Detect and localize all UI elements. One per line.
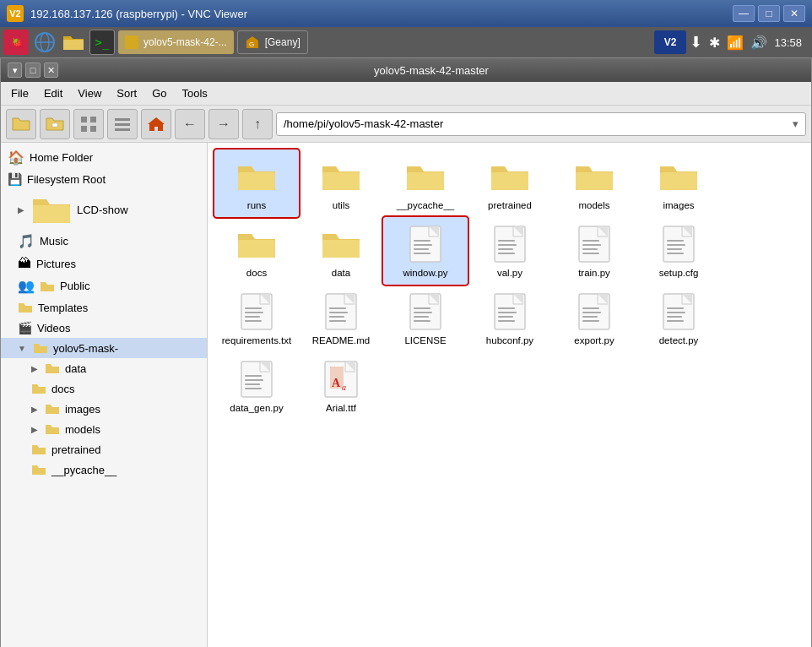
- file-item-window_py[interactable]: window.py: [383, 217, 468, 285]
- address-bar[interactable]: /home/pi/yolov5-mask-42-master ▾: [276, 112, 806, 136]
- file-item-__pycache__[interactable]: __pycache__: [383, 150, 468, 217]
- fm-close-btn[interactable]: ✕: [44, 63, 58, 78]
- file-item-pretrained[interactable]: pretrained: [468, 150, 552, 217]
- file-item-val_py[interactable]: val.py: [468, 217, 552, 285]
- menu-edit[interactable]: Edit: [37, 84, 69, 102]
- sidebar-templates-label: Templates: [38, 302, 88, 314]
- svg-rect-33: [414, 253, 430, 254]
- vnc-minimize-button[interactable]: —: [733, 5, 755, 22]
- sidebar-item-yolov5[interactable]: ▼ yolov5-mask-: [1, 338, 207, 358]
- sidebar-item-filesystem[interactable]: 💾 Filesystem Root: [1, 169, 207, 189]
- svg-rect-88: [498, 316, 513, 318]
- sidebar-videos-label: Videos: [37, 322, 71, 334]
- file-item-utils[interactable]: utils: [299, 150, 383, 217]
- svg-rect-78: [414, 307, 430, 309]
- sidebar-music-label: Music: [40, 235, 68, 247]
- svg-rect-12: [90, 126, 96, 132]
- svg-rect-20: [407, 172, 444, 190]
- menu-view[interactable]: View: [71, 84, 108, 102]
- fm-dropdown-btn[interactable]: ▾: [8, 63, 22, 78]
- file-item-data[interactable]: data: [299, 217, 383, 285]
- fm-restore-btn[interactable]: □: [25, 63, 40, 78]
- file-item-train_py[interactable]: train.py: [552, 217, 636, 285]
- sidebar-pictures-label: Pictures: [36, 258, 76, 270]
- sidebar-item-videos[interactable]: 🎬 Videos: [1, 318, 207, 338]
- vnc-close-button[interactable]: ✕: [783, 5, 805, 22]
- vnc-taskbar-app[interactable]: V2: [654, 30, 687, 54]
- geany-taskbar-app[interactable]: G [Geany]: [237, 30, 308, 54]
- forward-button[interactable]: →: [208, 109, 239, 139]
- svg-rect-54: [667, 240, 684, 242]
- menu-go[interactable]: Go: [145, 84, 173, 102]
- file-item-detect_py[interactable]: detect.py: [636, 285, 721, 352]
- file-item-Arial_ttf[interactable]: A a Arial.ttf: [299, 352, 383, 420]
- file-item-data_gen_py[interactable]: data_gen.py: [214, 352, 299, 420]
- sidebar-item-home[interactable]: 🏠 Home Folder: [1, 146, 207, 169]
- fm-toolbar: ← → ↑ /home/pi/yolov5-mask-42-master ▾: [1, 106, 811, 143]
- sidebar-item-lcdshow[interactable]: ▶ LCD-show: [1, 189, 207, 230]
- up-button[interactable]: ↑: [242, 109, 273, 139]
- sidebar-item-music[interactable]: 🎵 Music: [1, 230, 207, 253]
- browser-icon[interactable]: [32, 30, 57, 55]
- svg-text:a: a: [342, 383, 346, 392]
- raspberry-pi-menu-icon[interactable]: 🍓: [3, 30, 29, 55]
- taskbar: 🍓 >_ yolov5-mask-42-... G [Geany] V2 ⬇ ✱…: [0, 27, 812, 57]
- home-button[interactable]: [141, 109, 171, 139]
- svg-text:A: A: [332, 377, 341, 389]
- svg-rect-49: [582, 253, 599, 254]
- file-icon: [490, 156, 530, 197]
- file-icon: [236, 291, 277, 332]
- svg-rect-23: [660, 172, 697, 190]
- sidebar-item-templates[interactable]: Templates: [1, 297, 207, 318]
- new-folder-button[interactable]: [6, 109, 36, 139]
- file-label: runs: [247, 200, 266, 210]
- wifi-tray-icon: 📶: [727, 35, 744, 51]
- file-item-docs[interactable]: docs: [214, 217, 299, 285]
- terminal-icon[interactable]: >_: [89, 30, 115, 55]
- sidebar-item-pretrained[interactable]: pretrained: [1, 439, 207, 459]
- svg-rect-102: [667, 307, 684, 309]
- svg-rect-103: [667, 312, 685, 313]
- open-folder-button[interactable]: [40, 109, 70, 139]
- sidebar-item-pycache[interactable]: __pycache__: [1, 459, 207, 480]
- file-item-images[interactable]: images: [636, 150, 721, 217]
- svg-rect-30: [414, 240, 430, 242]
- file-item-require_ments_txt[interactable]: require­ments.txt: [214, 285, 299, 352]
- vnc-maximize-button[interactable]: □: [758, 5, 780, 22]
- list-view-button[interactable]: [107, 109, 138, 139]
- svg-rect-17: [33, 205, 70, 223]
- sidebar-item-public[interactable]: 👥 Public: [1, 275, 207, 297]
- sidebar-item-models[interactable]: ▶ models: [1, 419, 207, 439]
- file-icon: [405, 156, 446, 197]
- address-dropdown-icon[interactable]: ▾: [793, 117, 798, 130]
- vnc-titlebar: V2 192.168.137.126 (raspberrypi) - VNC V…: [0, 0, 812, 27]
- sidebar-item-images[interactable]: ▶ images: [1, 399, 207, 419]
- file-icon: [405, 291, 446, 332]
- file-item-LICENSE[interactable]: LICENSE: [383, 285, 468, 352]
- file-label: LICENSE: [404, 335, 446, 345]
- file-item-hubconf_py[interactable]: hubconf.py: [468, 285, 552, 352]
- file-item-models[interactable]: models: [552, 150, 636, 217]
- file-icon: [658, 291, 699, 332]
- vnc-logo-icon: V2: [7, 5, 24, 22]
- svg-rect-95: [582, 312, 601, 313]
- file-item-README_md[interactable]: README.md: [299, 285, 383, 352]
- sidebar-item-data[interactable]: ▶ data: [1, 358, 207, 378]
- menu-tools[interactable]: Tools: [176, 84, 214, 102]
- back-button[interactable]: ←: [175, 109, 205, 139]
- svg-rect-105: [667, 320, 684, 322]
- file-label: images: [663, 200, 694, 210]
- file-item-setup_cfg[interactable]: setup.cfg: [636, 217, 721, 285]
- icon-view-button[interactable]: [73, 109, 104, 139]
- sidebar-item-pictures[interactable]: 🏔 Pictures: [1, 253, 207, 275]
- yolov5-taskbar-app[interactable]: yolov5-mask-42-...: [118, 30, 234, 54]
- file-item-export_py[interactable]: export.py: [552, 285, 636, 352]
- file-manager-taskbar-icon[interactable]: [61, 30, 86, 55]
- svg-text:🍓: 🍓: [12, 37, 23, 48]
- file-item-runs[interactable]: runs: [214, 150, 299, 217]
- sidebar-item-docs[interactable]: docs: [1, 378, 207, 399]
- menu-file[interactable]: File: [4, 84, 35, 102]
- svg-rect-80: [414, 316, 429, 318]
- menu-sort[interactable]: Sort: [110, 84, 143, 102]
- svg-rect-111: [245, 379, 263, 381]
